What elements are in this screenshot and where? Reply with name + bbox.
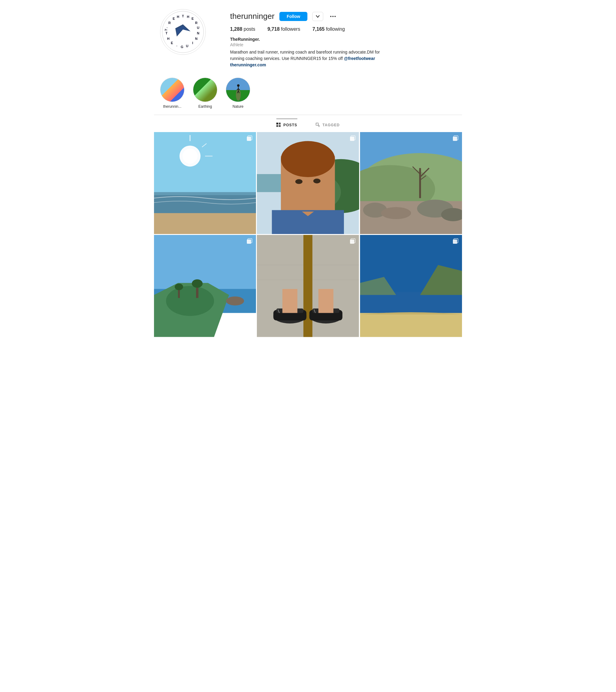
followers-label: followers — [281, 26, 300, 31]
svg-rect-86 — [178, 289, 180, 298]
svg-rect-116 — [360, 313, 462, 337]
svg-point-59 — [296, 179, 303, 184]
svg-rect-111 — [319, 289, 334, 313]
post-item[interactable] — [360, 235, 462, 337]
posts-label: posts — [244, 26, 255, 31]
svg-text:I: I — [192, 41, 193, 45]
svg-text:G: G — [181, 45, 184, 49]
grid-icon — [276, 123, 281, 128]
svg-point-39 — [317, 124, 317, 124]
profile-info: therunninger Follow 1,288 posts — [230, 9, 456, 67]
svg-text:U: U — [197, 26, 199, 29]
more-options-button[interactable] — [328, 13, 338, 20]
svg-text:H: H — [187, 15, 189, 19]
svg-point-87 — [175, 284, 183, 290]
svg-point-70 — [381, 207, 411, 219]
following-count: 7,165 — [312, 26, 324, 31]
svg-point-60 — [314, 179, 321, 183]
ellipsis-icon — [329, 13, 337, 20]
profile-header: T T H E R U N N I U — [154, 0, 462, 74]
username: therunninger — [230, 12, 275, 21]
svg-point-44 — [183, 149, 197, 164]
svg-text:T: T — [166, 31, 168, 35]
post-image-3 — [360, 132, 462, 234]
highlight-item[interactable]: Earthing — [193, 78, 217, 109]
follow-button[interactable]: Follow — [279, 12, 307, 21]
svg-text:·: · — [176, 44, 177, 48]
display-name: TheRunninger. — [230, 37, 456, 42]
svg-point-58 — [281, 141, 335, 177]
svg-rect-63 — [350, 137, 354, 141]
svg-rect-34 — [276, 123, 278, 125]
tagged-tab-label: TAGGED — [323, 123, 340, 127]
tabs-row: POSTS TAGGED — [154, 115, 462, 131]
website-link[interactable]: therunninger.com — [230, 62, 456, 67]
multi-post-icon — [452, 135, 459, 142]
followers-stat[interactable]: 9,718 followers — [268, 26, 300, 32]
avatar-container: T T H E R U N N I U — [160, 9, 206, 55]
highlight-item[interactable]: therunnin... — [160, 78, 185, 109]
svg-text:R: R — [168, 21, 171, 25]
posts-stat[interactable]: 1,288 posts — [230, 26, 255, 32]
svg-point-23 — [332, 16, 334, 17]
post-image-4 — [154, 235, 256, 337]
svg-text:E: E — [191, 17, 194, 20]
post-image-1 — [154, 132, 256, 234]
profile-title-row: therunninger Follow — [230, 12, 456, 21]
svg-rect-37 — [279, 125, 281, 127]
multi-post-icon — [246, 135, 253, 142]
svg-text:E: E — [171, 41, 173, 45]
svg-text:N: N — [195, 37, 197, 41]
bio-text-1: Marathon and trail runner, running coach… — [230, 50, 380, 55]
svg-rect-35 — [279, 123, 281, 125]
bio-text-2: running coaching services. Use RUNNINGER… — [230, 56, 344, 61]
svg-rect-88 — [247, 239, 251, 244]
highlight-label-2: Earthing — [198, 104, 212, 109]
svg-point-83 — [226, 297, 244, 306]
tab-posts[interactable]: POSTS — [276, 119, 297, 131]
posts-count: 1,288 — [230, 26, 242, 31]
tab-tagged[interactable]: TAGGED — [316, 119, 340, 131]
svg-rect-77 — [453, 137, 457, 141]
highlight-item[interactable]: Nature — [226, 78, 250, 109]
followers-count: 9,718 — [268, 26, 280, 31]
svg-rect-38 — [316, 123, 318, 125]
following-stat[interactable]: 7,165 following — [312, 26, 345, 32]
highlight-circle-3 — [226, 78, 250, 102]
post-item[interactable] — [257, 235, 359, 337]
svg-line-41 — [318, 126, 319, 127]
post-image-5 — [257, 235, 359, 337]
multi-post-icon — [246, 238, 253, 245]
posts-tab-label: POSTS — [283, 123, 297, 127]
avatar-logo-svg: T T H E R U N N I U — [162, 10, 204, 53]
mention-link[interactable]: @freetfootwear — [344, 56, 375, 61]
highlight-circle-1 — [160, 78, 185, 102]
svg-rect-110 — [282, 289, 297, 313]
svg-point-28 — [237, 84, 239, 87]
svg-text:T: T — [182, 14, 184, 18]
post-item[interactable] — [154, 235, 256, 337]
avatar[interactable]: T T H E R U N N I U — [160, 9, 206, 55]
svg-rect-91 — [303, 235, 313, 337]
occupation: Athlete — [230, 42, 456, 47]
post-item[interactable] — [360, 132, 462, 234]
svg-text:H: H — [167, 37, 170, 41]
post-item[interactable] — [154, 132, 256, 234]
svg-point-85 — [192, 279, 203, 288]
svg-rect-112 — [350, 239, 354, 244]
svg-rect-119 — [453, 239, 457, 244]
svg-rect-51 — [247, 137, 251, 141]
post-item[interactable] — [257, 132, 359, 234]
highlight-3-svg — [226, 78, 250, 102]
tag-icon — [316, 123, 320, 128]
svg-rect-50 — [154, 213, 256, 234]
svg-text:·: · — [167, 26, 167, 29]
svg-point-22 — [330, 16, 332, 17]
highlights-section: therunnin... Earthing Nature — [154, 74, 462, 115]
multi-post-icon — [349, 135, 356, 142]
svg-text:R: R — [195, 21, 197, 25]
post-image-6 — [360, 235, 462, 337]
svg-text:N: N — [197, 31, 199, 35]
svg-point-82 — [166, 286, 214, 316]
dropdown-button[interactable] — [312, 12, 323, 21]
